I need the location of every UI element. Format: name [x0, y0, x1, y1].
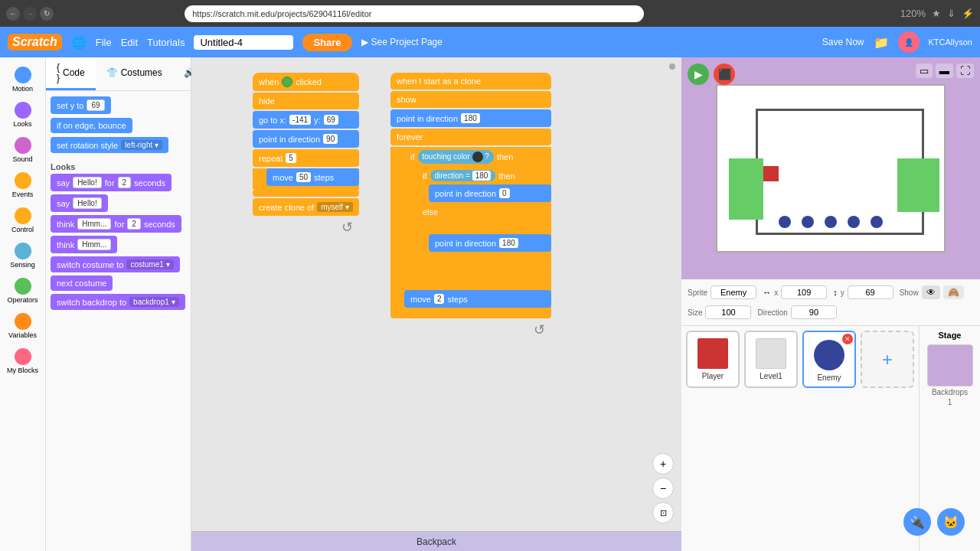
sprite-item-player[interactable]: Player	[686, 331, 740, 388]
forever-body: if touching color ? then if direction = …	[390, 147, 551, 312]
back-button[interactable]: ←	[6, 7, 20, 21]
folder-icon[interactable]: 📁	[874, 35, 889, 50]
block-move-2[interactable]: move 2 steps	[404, 290, 551, 308]
browser-chrome: ← → ↻ https://scratch.mit.edu/projects/6…	[0, 0, 980, 27]
enemy-dot-1	[779, 216, 791, 228]
script-area[interactable]: when clicked hide go to x: -141 y: 69 po…	[191, 57, 681, 531]
browser-icons: 120% ★ ⇓ ⚡	[900, 8, 974, 19]
project-name-input[interactable]	[194, 35, 293, 50]
enemy-dot-5	[871, 216, 883, 228]
block-set-y[interactable]: set y to 69	[51, 96, 111, 114]
save-now-button[interactable]: Save Now	[822, 37, 864, 47]
block-forever-container: forever if touching color ? then	[390, 129, 551, 318]
share-button[interactable]: Share	[302, 34, 351, 51]
add-extension-button[interactable]: 🔌	[903, 508, 931, 536]
block-move-50[interactable]: move 50 steps	[266, 168, 359, 186]
repeat-body: move 50 steps	[253, 168, 359, 191]
block-repeat[interactable]: repeat 5	[253, 149, 359, 167]
direction-input[interactable]	[791, 305, 837, 319]
block-rotate-indicator: ↺	[253, 219, 359, 236]
events-label: Events	[12, 191, 34, 198]
block-point-direction-180b[interactable]: point in direction 180	[429, 234, 551, 252]
block-show[interactable]: show	[390, 91, 551, 108]
y-input[interactable]	[848, 285, 893, 299]
stage-small-view[interactable]: ▭	[916, 64, 933, 78]
app-header: Scratch 🌐 File Edit Tutorials Share ▶ Se…	[0, 27, 980, 57]
block-if-on-edge-bounce[interactable]: if on edge, bounce	[51, 118, 132, 133]
block-set-rotation-style[interactable]: set rotation style left-right ▾	[51, 137, 168, 153]
block-say-hello-for[interactable]: say Hello! for 2 seconds	[51, 174, 172, 191]
sprite-item-enemy[interactable]: ✕ Enemy	[802, 331, 856, 388]
refresh-button[interactable]: ↻	[40, 7, 54, 21]
star-icon: ★	[932, 8, 941, 19]
globe-icon[interactable]: 🌐	[71, 35, 87, 50]
if-direction-header[interactable]: if direction = 180 then	[416, 167, 551, 184]
block-switch-backdrop[interactable]: switch backdrop to backdrop1 ▾	[51, 294, 185, 310]
user-avatar[interactable]: 👤	[898, 31, 920, 53]
zoom-out-button[interactable]: −	[652, 478, 674, 499]
file-menu[interactable]: File	[96, 37, 112, 48]
block-next-costume[interactable]: next costume	[51, 276, 113, 291]
x-input[interactable]	[781, 285, 827, 299]
sprite-name-field: Sprite	[688, 285, 756, 299]
variables-label: Variables	[8, 331, 37, 339]
category-sound[interactable]: Sound	[4, 134, 42, 166]
block-point-direction-180[interactable]: point in direction 180	[390, 109, 551, 127]
block-when-clone-start[interactable]: when I start as a clone	[390, 73, 551, 90]
stage-large-view[interactable]: ▬	[936, 64, 953, 78]
category-motion[interactable]: Motion	[4, 64, 42, 96]
see-project-icon: ▶	[361, 37, 368, 47]
block-create-clone[interactable]: create clone of myself ▾	[253, 198, 359, 216]
script-group-flag: when clicked hide go to x: -141 y: 69 po…	[253, 73, 359, 236]
block-say-hello[interactable]: say Hello!	[51, 194, 108, 212]
category-looks[interactable]: Looks	[4, 99, 42, 131]
block-forever[interactable]: forever	[390, 129, 551, 145]
backpack-bar[interactable]: Backpack	[191, 531, 681, 551]
backdrop-thumbnail	[931, 350, 969, 381]
block-switch-costume[interactable]: switch costume to costume1 ▾	[51, 256, 180, 272]
if-touching-header[interactable]: if touching color ? then	[404, 147, 551, 167]
block-when-flag-clicked[interactable]: when clicked	[253, 73, 359, 91]
category-sensing[interactable]: Sensing	[4, 240, 42, 272]
stage-fullscreen[interactable]: ⛶	[956, 64, 974, 78]
player-sprite	[763, 166, 779, 181]
size-input[interactable]	[705, 305, 751, 319]
scratch-logo[interactable]: Scratch	[8, 34, 62, 51]
block-think-hmm[interactable]: think Hmm...	[51, 236, 117, 253]
show-button[interactable]: 👁	[922, 285, 940, 299]
red-stop-button[interactable]: ⬛	[714, 64, 735, 85]
green-flag-button[interactable]: ▶	[688, 64, 709, 85]
backdrop-item[interactable]	[927, 344, 973, 386]
block-think-hmm-for[interactable]: think Hmm... for 2 seconds	[51, 215, 181, 233]
add-sprite-button[interactable]: +	[861, 331, 914, 388]
address-bar[interactable]: https://scratch.mit.edu/projects/6290411…	[185, 5, 644, 22]
sprite-item-level1[interactable]: Level1	[744, 331, 798, 388]
enemy-thumbnail	[814, 340, 844, 370]
enemy-name: Enemy	[817, 373, 841, 382]
edit-menu[interactable]: Edit	[121, 37, 138, 48]
sprite-name-input[interactable]	[710, 285, 756, 299]
block-hide[interactable]: hide	[253, 93, 359, 109]
sprite-label: Sprite	[688, 289, 707, 297]
category-control[interactable]: Control	[4, 204, 42, 236]
block-goto-xy[interactable]: go to x: -141 y: 69	[253, 111, 359, 129]
tab-costumes[interactable]: 👕 Costumes	[96, 57, 173, 90]
tab-code[interactable]: { } Code	[46, 57, 96, 90]
see-project-button[interactable]: ▶ See Project Page	[361, 37, 443, 47]
block-point-direction-90[interactable]: point in direction 90	[253, 130, 359, 148]
category-myblocks[interactable]: My Blocks	[4, 345, 42, 377]
category-events[interactable]: Events	[4, 169, 42, 201]
forward-button[interactable]: →	[23, 7, 37, 21]
add-sprite-fab[interactable]: 🐱	[937, 508, 965, 536]
category-variables[interactable]: Variables	[4, 310, 42, 342]
block-if-direction: if direction = 180 then point in directi…	[416, 167, 551, 261]
size-label: Size	[688, 308, 702, 317]
block-point-0[interactable]: point in direction 0	[429, 184, 551, 202]
direction-label: Direction	[757, 308, 787, 317]
hide-button[interactable]: 🙈	[943, 285, 964, 299]
tutorials-menu[interactable]: Tutorials	[147, 37, 185, 48]
enemy-delete-btn[interactable]: ✕	[842, 334, 853, 344]
zoom-in-button[interactable]: +	[652, 453, 674, 474]
category-operators[interactable]: Operators	[4, 275, 42, 307]
zoom-fit-button[interactable]: ⊡	[652, 502, 674, 523]
